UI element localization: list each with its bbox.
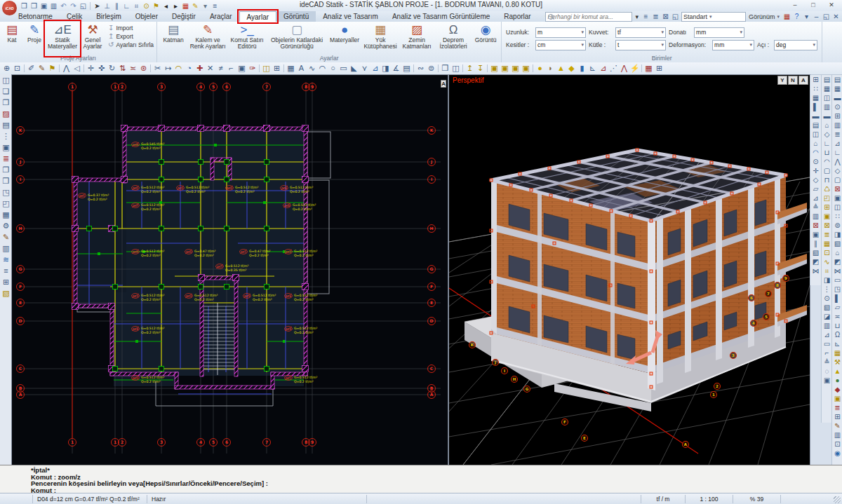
mdi-close-icon[interactable]: ✕ — [831, 13, 841, 21]
pad-icon[interactable]: ▭ — [822, 339, 832, 348]
label-tool-icon[interactable]: ≜ — [810, 203, 821, 212]
storey-icon[interactable]: ▤ — [822, 75, 832, 84]
kat-button[interactable]: ▤ Kat — [1, 22, 22, 55]
image-icon[interactable]: ▦ — [286, 63, 296, 74]
deprem-izolatorleri-button[interactable]: Ω Deprem İzolatörleri — [435, 22, 472, 55]
tab-araclar[interactable]: Araçlar — [203, 11, 239, 22]
palette-icon[interactable]: ▦ — [782, 13, 791, 21]
flatten-icon[interactable]: ≡ — [1, 265, 11, 276]
mesh2-icon[interactable]: ⌗ — [822, 266, 832, 275]
wall-tool-icon[interactable]: ▤ — [810, 121, 821, 130]
tag-icon[interactable]: ≜ — [822, 357, 832, 367]
open-file-icon[interactable]: ❐ — [29, 1, 39, 11]
terrain-icon[interactable]: ≋ — [1, 254, 11, 265]
save-icon[interactable]: ▣ — [39, 1, 48, 11]
fixed-support-icon[interactable]: ∟ — [832, 148, 842, 157]
circle-icon[interactable]: ○ — [328, 63, 338, 74]
axis-grid-icon[interactable]: ⊞ — [810, 75, 821, 84]
ribbon-statik-materyaller[interactable]: ⊿E Statik Materyaller — [46, 22, 79, 55]
wedge-icon[interactable]: ⊿ — [822, 330, 832, 339]
foundation-tool-icon[interactable]: ▧ — [810, 248, 821, 257]
sheet-icon[interactable]: ⊞ — [654, 63, 664, 74]
mesh-points-icon[interactable]: ∷ — [832, 212, 842, 221]
corner-wall-icon[interactable]: ∟ — [822, 139, 832, 148]
perspective-viewport[interactable]: Perspektif YNA — [449, 75, 810, 465]
move-icon[interactable]: ✛ — [86, 63, 96, 74]
light-icon[interactable]: ▲ — [556, 63, 566, 74]
block-icon[interactable]: ▦ — [1, 209, 11, 220]
stair-icon[interactable]: ◰ — [822, 193, 832, 203]
delete-tool-icon[interactable]: ⊠ — [810, 221, 821, 230]
pen-dropdown-icon[interactable]: ▾ — [201, 1, 210, 11]
capture-icon[interactable]: ◱ — [79, 1, 88, 11]
new-view-icon[interactable]: ❒ — [440, 63, 450, 74]
pen-style-icon[interactable]: ✎ — [191, 1, 200, 11]
snap-node-icon[interactable]: ⊙ — [142, 1, 151, 11]
dots-icon[interactable]: ⋮ — [822, 285, 832, 294]
truss-tool-icon[interactable]: ⊿ — [810, 193, 821, 203]
notch-icon[interactable]: ⌐ — [822, 348, 832, 357]
more-dropdown-icon[interactable]: ▾ — [802, 13, 811, 21]
spring-icon[interactable]: ⋀ — [832, 157, 842, 166]
view-n-button[interactable]: N — [788, 76, 798, 85]
load-point-icon[interactable]: ⊙ — [832, 102, 842, 111]
genel-ayarlar-button[interactable]: ⚒ Genel Ayarlar — [79, 22, 107, 55]
tab-analiz-goruntuleme[interactable]: Analiz ve Tasarım Görüntüleme — [385, 11, 497, 22]
spline-icon[interactable]: ∿ — [307, 63, 317, 74]
toolbar-separator[interactable] — [533, 64, 533, 72]
object-list-icon[interactable]: ▤ — [1, 119, 11, 130]
grid-tool-icon[interactable]: ⊞ — [1, 276, 11, 287]
match-properties-icon[interactable]: ▨ — [1, 108, 11, 119]
remove-load-icon[interactable]: ⊠ — [832, 184, 842, 193]
column-tool-icon[interactable]: ▌ — [810, 102, 821, 111]
prev-icon[interactable]: ◂ — [161, 1, 171, 11]
dome-tool-icon[interactable]: ◠ — [810, 148, 821, 157]
save-all-icon[interactable]: ▥ — [49, 1, 58, 11]
toolbar-separator[interactable] — [259, 64, 260, 72]
fillet-icon[interactable]: ◠ — [173, 63, 184, 74]
angle-icon[interactable]: ⊿ — [370, 63, 380, 74]
undo-icon[interactable]: ↶ — [59, 1, 68, 11]
layer-down-icon[interactable]: ↧ — [475, 63, 486, 74]
import-button[interactable]: ↧ Import — [108, 24, 154, 32]
corner-tool-icon[interactable]: ◩ — [810, 257, 821, 266]
arch-icon[interactable]: ◠ — [822, 157, 832, 166]
roof-tool-icon[interactable]: ⌂ — [810, 139, 821, 148]
ramp-icon[interactable]: ⌂ — [822, 121, 832, 130]
analysis-mesh-icon[interactable]: ▦ — [832, 348, 842, 357]
ayarlari-sifirla-button[interactable]: ↺ Ayarları Sıfırla — [108, 41, 154, 48]
settings-icon[interactable]: ⚙ — [1, 220, 11, 231]
box-icon[interactable]: ▣ — [822, 376, 832, 385]
snap-parallel-icon[interactable]: ∥ — [112, 1, 121, 11]
offset2-icon[interactable]: ⊜ — [832, 221, 842, 230]
slab2-icon[interactable]: ▦ — [822, 239, 832, 248]
trim-icon[interactable]: ✂ — [152, 63, 163, 74]
table2-icon[interactable]: ≣ — [832, 403, 842, 412]
raster-icon[interactable]: ⊞ — [822, 203, 832, 212]
maximize-button[interactable]: □ — [804, 0, 822, 10]
array-copy-icon[interactable]: ◰ — [1, 198, 11, 209]
properties-icon[interactable]: ▣ — [810, 230, 821, 239]
text-icon[interactable]: A — [296, 63, 307, 74]
roof2-icon[interactable]: ⌂ — [832, 248, 842, 257]
check-icon[interactable]: ● — [832, 376, 842, 385]
design-icon[interactable]: ⚒ — [832, 357, 842, 367]
axonometric-icon[interactable]: ⋀ — [619, 63, 629, 74]
layer-up-icon[interactable]: ↥ — [465, 63, 475, 74]
opening-icon[interactable]: ◇ — [822, 130, 832, 139]
toolbar-separator[interactable] — [150, 64, 151, 72]
link-icon[interactable]: ⋈ — [832, 266, 842, 275]
layers-icon[interactable]: ▥ — [1, 243, 11, 254]
frame-icon[interactable]: ◫ — [261, 63, 272, 74]
hatch3-icon[interactable]: ▧ — [832, 239, 842, 248]
pencil-icon[interactable]: ✎ — [36, 63, 47, 74]
coord-y-icon[interactable]: ▣ — [500, 63, 510, 74]
u-section-icon[interactable]: ⊔ — [832, 321, 842, 330]
load-line-icon[interactable]: ▬ — [832, 93, 842, 102]
hatch-icon[interactable]: ▣ — [236, 63, 247, 74]
hatch-tool-icon[interactable]: ▧ — [1, 287, 11, 299]
section-view-icon[interactable]: ⊿ — [598, 63, 608, 74]
copy-properties-icon[interactable]: ❏ — [1, 86, 11, 97]
tab-ayarlar[interactable]: Ayarlar — [239, 11, 277, 22]
curve-icon[interactable]: ∾ — [415, 63, 426, 74]
